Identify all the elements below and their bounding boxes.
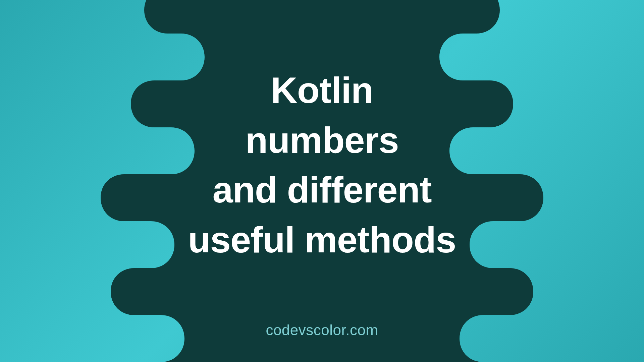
title-line-1: Kotlin bbox=[271, 69, 373, 111]
page-title: Kotlin numbers and different useful meth… bbox=[121, 65, 523, 264]
title-line-2: numbers bbox=[245, 119, 399, 161]
title-line-3: and different bbox=[212, 169, 431, 210]
title-line-4: useful methods bbox=[188, 219, 456, 260]
title-container: Kotlin numbers and different useful meth… bbox=[121, 65, 523, 264]
attribution-text: codevscolor.com bbox=[266, 322, 378, 339]
